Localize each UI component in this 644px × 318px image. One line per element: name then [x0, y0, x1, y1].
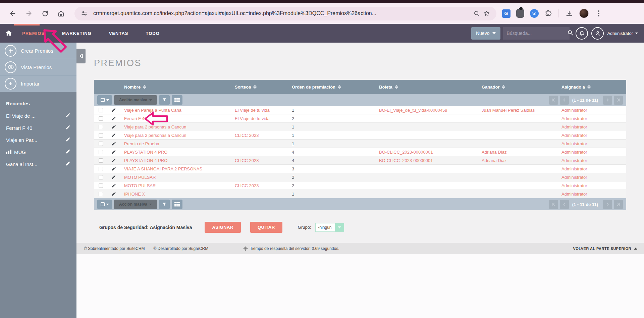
nav-item-marketing[interactable]: MARKETING [62, 31, 92, 36]
recent-item[interactable]: Viaje en Par... [6, 134, 70, 146]
col-header-asignado[interactable]: Asignado a [557, 85, 626, 90]
bookmark-star-icon[interactable] [482, 8, 492, 18]
assign-button[interactable]: ASIGNAR [205, 222, 240, 233]
sorteo-link[interactable]: CLICC 2023 [235, 183, 259, 188]
edit-pencil-icon[interactable] [65, 161, 70, 167]
asignado-link[interactable]: Administrator [561, 141, 587, 146]
asignado-link[interactable]: Administrator [561, 124, 587, 129]
edit-pencil-icon[interactable] [108, 166, 120, 171]
recent-item[interactable]: El Viaje de ... [6, 110, 70, 122]
mass-action-button[interactable]: Acción masiva [114, 95, 157, 105]
edit-pencil-icon[interactable] [108, 116, 120, 121]
row-checkbox[interactable] [99, 108, 103, 112]
col-header-orden[interactable]: Orden de premiación [288, 85, 375, 90]
sorteo-link[interactable]: El Viaje de tu vida [235, 116, 270, 121]
asignado-link[interactable]: Administrator [561, 116, 587, 121]
edit-pencil-icon[interactable] [65, 149, 70, 155]
premio-name-link[interactable]: MOTO PULSAR [124, 175, 156, 180]
first-page-icon[interactable] [549, 200, 558, 209]
recent-item-label[interactable]: Viaje en Par... [6, 137, 37, 143]
edit-pencil-icon[interactable] [108, 133, 120, 138]
extension-icon[interactable] [515, 8, 525, 18]
last-page-icon[interactable] [614, 96, 623, 105]
nav-item-ventas[interactable]: VENTAS [109, 31, 128, 36]
ganador-link[interactable]: Adriana Diaz [482, 158, 506, 163]
search-icon[interactable] [567, 30, 574, 37]
user-menu[interactable]: Administrator [607, 31, 638, 36]
row-checkbox[interactable] [99, 167, 103, 171]
recent-item-label[interactable]: MUG [14, 149, 26, 155]
premio-name-link[interactable]: Viaje en Pareja a Punta Cana [124, 108, 181, 113]
boleta-link[interactable]: BO-CLICC_2023-00000001 [379, 158, 433, 163]
next-page-icon[interactable] [603, 96, 612, 105]
asignado-link[interactable]: Administrator [561, 150, 587, 155]
premio-name-link[interactable]: Premio de Prueba [124, 141, 159, 146]
first-page-icon[interactable] [549, 96, 558, 105]
edit-pencil-icon[interactable] [108, 158, 120, 163]
recent-item-label[interactable]: Ferrari F 40 [6, 125, 32, 131]
translate-extension-icon[interactable]: G [501, 8, 511, 18]
search-input[interactable] [506, 31, 567, 36]
sorteo-link[interactable]: CLICC 2023 [235, 158, 259, 163]
row-checkbox[interactable] [99, 175, 103, 179]
premio-name-link[interactable]: PLAYSTATION 4 PRO [124, 158, 167, 163]
asignado-link[interactable]: Administrator [561, 108, 587, 113]
prev-page-icon[interactable] [560, 96, 569, 105]
recent-item-label[interactable]: Gana al Inst... [6, 161, 37, 167]
recent-item[interactable]: Gana al Inst... [6, 158, 70, 170]
filter-icon[interactable] [159, 200, 170, 209]
row-checkbox[interactable] [99, 142, 103, 146]
prev-page-icon[interactable] [560, 200, 569, 209]
last-page-icon[interactable] [614, 200, 623, 209]
asignado-link[interactable]: Administrator [561, 192, 587, 197]
back-icon[interactable] [6, 7, 19, 20]
column-chooser-icon[interactable] [172, 200, 182, 209]
recent-item[interactable]: MUG [6, 146, 70, 158]
col-header-sorteos[interactable]: Sorteos [231, 85, 288, 90]
row-checkbox[interactable] [99, 183, 103, 188]
ganador-link[interactable]: Adriana Diaz [482, 150, 506, 155]
sidebar-item-importar[interactable]: Importar [0, 75, 76, 92]
group-select[interactable]: -ningun [315, 223, 344, 232]
row-checkbox[interactable] [99, 158, 103, 163]
select-all-dropdown[interactable] [97, 95, 112, 105]
zoom-icon[interactable] [472, 8, 482, 18]
user-menu-icon[interactable] [591, 27, 604, 40]
boleta-link[interactable]: BO-CLICC_2023-00000001 [379, 150, 433, 155]
sorteo-link[interactable]: El Viaje de tu vida [235, 108, 270, 113]
recent-item[interactable]: Ferrari F 40 [6, 122, 70, 134]
edit-pencil-icon[interactable] [65, 137, 70, 143]
premio-name-link[interactable]: IPHONE X [124, 192, 145, 197]
reload-icon[interactable] [39, 7, 51, 20]
nav-item-todo[interactable]: TODO [146, 31, 159, 36]
edit-pencil-icon[interactable] [65, 125, 70, 131]
premio-name-link[interactable]: Viaje para 2 personas a Cancun [124, 124, 186, 129]
asignado-link[interactable]: Administrator [561, 133, 587, 138]
col-header-nombre[interactable]: Nombre [120, 85, 231, 90]
col-header-ganador[interactable]: Ganador [478, 85, 557, 90]
nav-item-premios[interactable]: PREMIOS [22, 31, 45, 36]
premio-name-link[interactable]: Ferrari F 40 [124, 116, 147, 121]
edit-pencil-icon[interactable] [108, 141, 120, 146]
ganador-link[interactable]: Juan Manuel Perez Saldias [482, 108, 535, 113]
sidebar-item-vista-premios[interactable]: Vista Premios [0, 59, 76, 75]
edit-pencil-icon[interactable] [108, 175, 120, 179]
download-icon[interactable] [563, 7, 576, 20]
address-bar[interactable]: crmmarqet.quantica.com.co/index.php?acti… [74, 7, 496, 20]
row-checkbox[interactable] [99, 116, 103, 121]
row-checkbox[interactable] [99, 192, 103, 196]
sidebar-item-crear-premios[interactable]: Crear Premios [0, 43, 76, 59]
next-page-icon[interactable] [603, 200, 612, 209]
remove-button[interactable]: QUITAR [250, 222, 282, 233]
asignado-link[interactable]: Administrator [561, 175, 587, 180]
filter-icon[interactable] [159, 95, 170, 105]
shield-extension-icon[interactable] [529, 8, 539, 18]
forward-icon[interactable] [22, 7, 35, 20]
select-all-dropdown[interactable] [97, 200, 112, 209]
url-text[interactable]: crmmarqet.quantica.com.co/index.php?acti… [93, 10, 472, 16]
site-info-icon[interactable] [79, 8, 89, 18]
boleta-link[interactable]: BO-El_Viaje_de_tu_vida-00000458 [379, 108, 447, 113]
mass-action-button[interactable]: Acción masiva [114, 200, 157, 209]
home-icon[interactable] [55, 7, 67, 20]
column-chooser-icon[interactable] [172, 95, 182, 105]
